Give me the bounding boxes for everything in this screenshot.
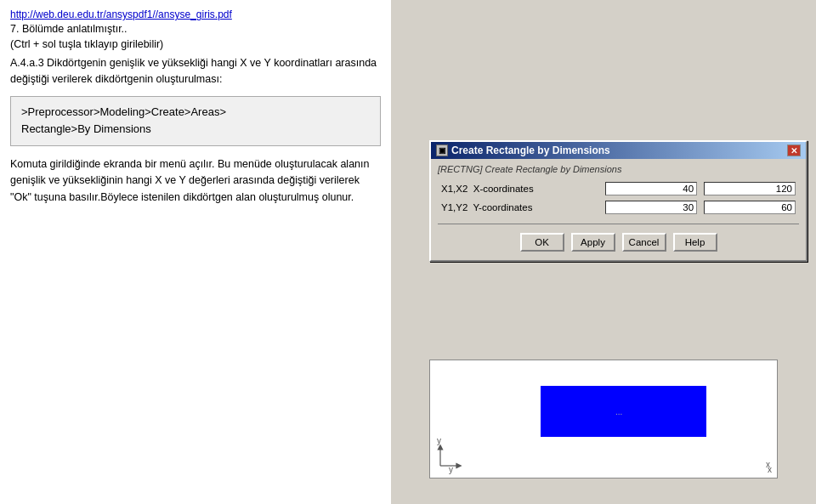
ok-button[interactable]: OK [520, 233, 564, 252]
url-link[interactable]: http://web.deu.edu.tr/ansyspdf1//ansyse_… [10, 8, 381, 20]
apply-button[interactable]: Apply [571, 233, 615, 252]
y2-input-cell [700, 198, 799, 217]
help-button[interactable]: Help [673, 233, 717, 252]
table-row: Y1,Y2 Y-coordinates [438, 198, 799, 217]
table-row: X1,X2 X-coordinates [438, 179, 799, 198]
dialog-buttons: OK Apply Cancel Help [438, 228, 799, 255]
dialog-window: ▣ Create Rectangle by Dimensions ✕ [RECT… [429, 140, 808, 262]
x-label-text: x [766, 460, 770, 469]
command-box: >Preprocessor>Modeling>Create>Areas> Rec… [10, 96, 381, 147]
command-line-2: Rectangle>By Dimensions [21, 121, 370, 139]
section-heading: A.4.a.3 Dikdörtgenin genişlik ve yüksekl… [10, 55, 381, 88]
x2-input-cell [700, 179, 799, 198]
rect-dots-label: ... [615, 407, 622, 416]
dialog-titlebar: ▣ Create Rectangle by Dimensions ✕ [431, 142, 806, 159]
intro-text-1: 7. Bölümde anlatılmıştır.. (Ctrl + sol t… [10, 22, 381, 52]
y1-input[interactable] [605, 201, 697, 214]
axis-origin [437, 444, 462, 471]
x1-input[interactable] [605, 182, 697, 195]
dialog-title-icon: ▣ [436, 144, 448, 156]
y-label-text: y [437, 436, 441, 445]
x-coord-label: X1,X2 X-coordinates [438, 179, 602, 198]
drawn-rectangle [541, 386, 706, 437]
command-line-1: >Preprocessor>Modeling>Create>Areas> [21, 104, 370, 122]
close-button[interactable]: ✕ [787, 144, 801, 156]
y1-input-cell [602, 198, 700, 217]
dialog-divider [438, 224, 799, 224]
description-text: Komuta girildiğinde ekranda bir menü açı… [10, 156, 381, 206]
dialog-subtitle: [RECTNG] Create Rectangle by Dimensions [438, 164, 799, 174]
y2-input[interactable] [704, 201, 796, 214]
dialog-body: [RECTNG] Create Rectangle by Dimensions … [431, 159, 806, 260]
x1-input-cell [602, 179, 700, 198]
left-panel: http://web.deu.edu.tr/ansyspdf1//ansyse_… [0, 0, 391, 504]
x2-input[interactable] [704, 182, 796, 195]
dialog-title: Create Rectangle by Dimensions [451, 144, 610, 156]
cancel-button[interactable]: Cancel [622, 233, 666, 252]
canvas-area: x y x y ... [429, 360, 778, 479]
axis-icon [437, 444, 462, 469]
y-coord-label: Y1,Y2 Y-coordinates [438, 198, 602, 217]
right-panel: ▣ Create Rectangle by Dimensions ✕ [RECT… [391, 0, 816, 504]
dialog-table: X1,X2 X-coordinates Y1,Y2 Y-coordinates [438, 179, 799, 217]
